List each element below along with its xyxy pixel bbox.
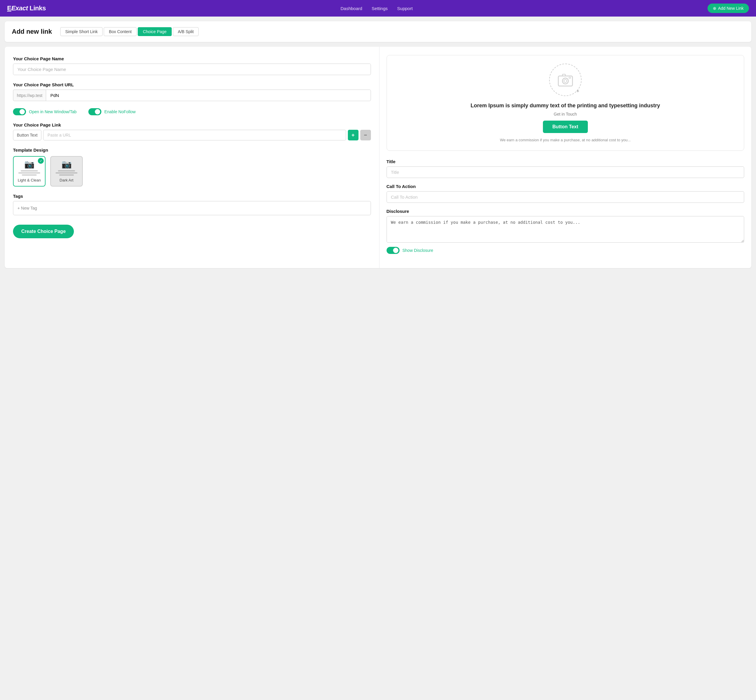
template-grid: ✓ 📷 Light & Clean 📷 [13,156,371,186]
svg-point-1 [562,78,569,84]
url-row: https://wp.test [13,89,371,101]
camera-svg [558,73,573,87]
logo: EExact Links [7,5,46,12]
template-light-clean[interactable]: ✓ 📷 Light & Clean [13,156,45,186]
preview-disclosure: We earn a commission if you make a purch… [394,138,737,142]
disclosure-group: Disclosure We earn a commission if you m… [387,209,745,254]
url-prefix: https://wp.test [13,89,46,101]
nav-settings[interactable]: Settings [372,6,388,11]
toggle-new-window[interactable] [13,108,26,115]
short-url-label: Your Choice Page Short URL [13,82,371,87]
add-link-card: Add new link Simple Short Link Box Conte… [5,21,751,42]
preview-card: + Lorem Ipsum is simply dummy text of th… [387,55,745,151]
toggle-nofollow-item: Enable NoFollow [88,108,136,115]
main-nav: Dashboard Settings Support [341,6,412,11]
button-text-box: Button Text [13,130,41,141]
logo-exact: EExact [7,5,28,12]
nav-support[interactable]: Support [397,6,413,11]
selected-check: ✓ [38,158,44,164]
toggle-nofollow-label: Enable NoFollow [104,109,136,114]
template-dark-art[interactable]: 📷 Dark Art [50,156,83,186]
title-label: Title [387,159,745,164]
template-camera-icon-dark: 📷 [55,160,79,169]
template-name-dark: Dark Art [55,178,79,183]
choice-page-link-label: Your Choice Page Link [13,122,371,127]
preview-title: Lorem Ipsum is simply dummy text of the … [394,102,737,109]
svg-rect-4 [569,77,571,78]
cta-input[interactable] [387,191,745,203]
short-url-input[interactable] [46,89,370,101]
toggle-row: Open in New Window/Tab Enable NoFollow [13,108,371,115]
right-panel: + Lorem Ipsum is simply dummy text of th… [380,47,751,268]
tags-label: Tags [13,194,371,198]
title-group: Title [387,159,745,178]
link-row: Button Text + − [13,130,371,141]
tags-box: + New Tag [13,201,371,215]
svg-rect-3 [562,74,565,76]
disclosure-label: Disclosure [387,209,745,214]
tags-group: Tags + New Tag [13,194,371,215]
template-design-label: Template Design [13,147,371,153]
cta-group: Call To Action [387,184,745,203]
preview-subtitle: Get in Touch [394,112,737,116]
tab-box-content[interactable]: Box Content [104,27,136,36]
choice-page-link-group: Your Choice Page Link Button Text + − [13,122,371,141]
tab-simple-short-link[interactable]: Simple Short Link [60,27,103,36]
nav-dashboard[interactable]: Dashboard [341,6,362,11]
short-url-group: Your Choice Page Short URL https://wp.te… [13,82,371,101]
cta-label: Call To Action [387,184,745,189]
tab-choice-page[interactable]: Choice Page [138,27,172,36]
template-design-group: Template Design ✓ 📷 Light & Clean [13,147,371,186]
create-choice-page-button[interactable]: Create Choice Page [13,225,74,238]
toggle-show-disclosure[interactable] [387,247,400,254]
add-link-title: Add new link [12,28,52,36]
template-lines-light [17,170,41,176]
toggle-nofollow[interactable] [88,108,102,115]
new-tag-button[interactable]: + New Tag [17,206,37,211]
show-disclosure-row: Show Disclosure [387,247,745,254]
add-new-link-button[interactable]: ⊕ Add New Link [708,3,749,13]
add-link-button[interactable]: + [348,130,359,141]
preview-button[interactable]: Button Text [543,120,588,133]
plus-circle-icon: ⊕ [713,6,716,11]
choice-page-name-group: Your Choice Page Name [13,56,371,75]
svg-rect-0 [558,76,572,86]
choice-page-name-input[interactable] [13,64,371,75]
link-type-tabs: Simple Short Link Box Content Choice Pag… [60,27,199,36]
main-content: Your Choice Page Name Your Choice Page S… [5,47,751,268]
preview-camera-icon: + [549,64,582,96]
toggle-new-window-item: Open in New Window/Tab [13,108,77,115]
show-disclosure-label: Show Disclosure [403,248,433,253]
title-input[interactable] [387,166,745,178]
camera-plus-icon: + [576,88,579,94]
disclosure-textarea[interactable]: We earn a commission if you make a purch… [387,216,745,243]
toggle-new-window-label: Open in New Window/Tab [29,109,77,114]
url-paste-input[interactable] [43,130,346,141]
left-panel: Your Choice Page Name Your Choice Page S… [5,47,380,268]
tab-ab-split[interactable]: A/B Split [173,27,199,36]
remove-link-button[interactable]: − [360,130,371,141]
template-name-light: Light & Clean [17,178,41,183]
choice-page-name-label: Your Choice Page Name [13,56,371,61]
template-lines-dark [55,170,79,176]
svg-point-2 [564,80,567,83]
